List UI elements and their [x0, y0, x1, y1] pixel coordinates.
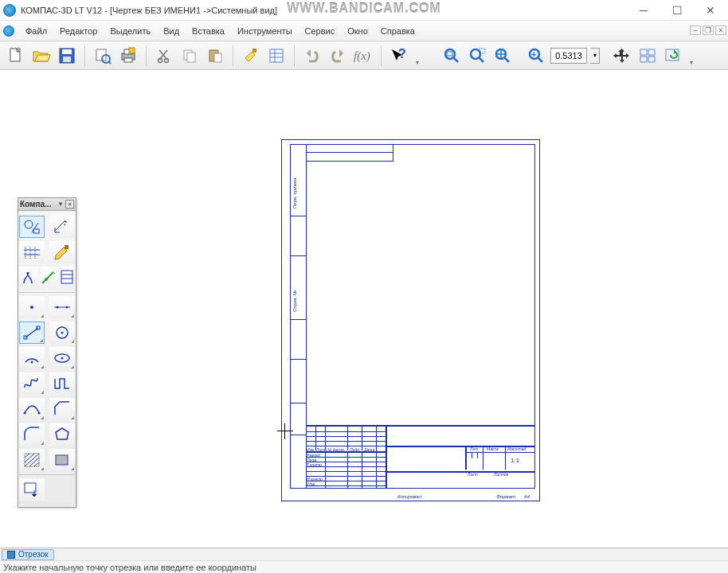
mdi-minimize-button[interactable]: –	[690, 25, 701, 35]
tool-bezier[interactable]	[19, 398, 45, 420]
svg-point-62	[24, 412, 26, 415]
tool-geometry[interactable]	[19, 216, 45, 238]
tool-polyline[interactable]	[49, 372, 75, 395]
svg-point-58	[61, 332, 64, 334]
toolbar-overflow[interactable]: ▾	[413, 45, 421, 66]
refresh-button[interactable]	[662, 45, 684, 67]
tool-dimensions[interactable]: *	[49, 216, 75, 238]
workspace: Компа... ▼ × *	[0, 70, 728, 548]
minimize-button[interactable]: ─	[632, 2, 655, 18]
tool-arc[interactable]	[19, 347, 45, 369]
menu-tools[interactable]: Инструменты	[231, 23, 299, 39]
title-bar: КОМПАС-3D LT V12 - [Чертеж БЕЗ ИМЕНИ1 ->…	[0, 0, 728, 21]
zoom-in-button[interactable]: +	[525, 45, 547, 67]
undo-button[interactable]	[301, 45, 323, 67]
menu-service[interactable]: Сервис	[299, 23, 342, 39]
menu-select[interactable]: Выделить	[104, 23, 157, 39]
mdi-restore-button[interactable]: ❐	[703, 25, 714, 35]
menu-insert[interactable]: Вставка	[186, 23, 231, 39]
mdi-app-icon[interactable]	[3, 25, 14, 37]
app-icon	[3, 4, 16, 17]
tool-insert-fragment[interactable]	[19, 478, 45, 501]
menu-view[interactable]: Вид	[157, 23, 186, 39]
window-controls: ─ ☐ ✕	[632, 2, 725, 18]
tool-designations[interactable]	[19, 241, 45, 263]
tool-spline[interactable]	[19, 372, 45, 395]
redo-button[interactable]	[327, 45, 349, 67]
sheet-footer-mid: Копировал	[397, 494, 421, 499]
print-button[interactable]	[117, 45, 139, 67]
svg-point-61	[61, 357, 64, 360]
tool-hatch[interactable]	[19, 449, 45, 471]
toolbar-separator	[233, 45, 233, 66]
zoom-extents-button[interactable]	[440, 45, 463, 67]
svg-point-52	[57, 306, 59, 309]
svg-point-46	[45, 278, 48, 281]
toolbar-separator	[84, 45, 85, 66]
toolbar-overflow-2[interactable]: ▾	[687, 45, 695, 66]
format-painter-button[interactable]	[240, 45, 262, 67]
status-text: Укажите начальную точку отрезка или введ…	[3, 563, 256, 572]
tool-aux-line[interactable]	[49, 296, 75, 318]
tool-chamfer[interactable]	[49, 398, 75, 420]
zoom-dropdown[interactable]: ▾	[590, 48, 600, 64]
tool-edit[interactable]	[49, 241, 75, 263]
svg-rect-41	[33, 229, 39, 233]
tool-parametrize[interactable]	[19, 267, 38, 289]
copy-button[interactable]	[178, 45, 201, 67]
tool-fillet[interactable]	[19, 423, 45, 446]
menu-window[interactable]: Окно	[341, 23, 374, 39]
paste-button[interactable]	[204, 45, 226, 67]
tool-panel-header[interactable]: Компа... ▼ ×	[18, 198, 76, 211]
zoom-window-button[interactable]	[466, 45, 488, 67]
zoom-dynamic-button[interactable]	[491, 45, 514, 67]
svg-point-12	[165, 58, 169, 62]
maximize-button[interactable]: ☐	[666, 2, 688, 18]
drawing-canvas[interactable]: Перв. примен. Справ. №	[80, 70, 728, 548]
svg-point-53	[66, 306, 68, 309]
tool-panel-close-button[interactable]: ×	[65, 200, 74, 209]
tool-rectangle[interactable]	[49, 449, 75, 471]
tool-polygon[interactable]	[49, 423, 75, 446]
sheet-footer-fmt: A4	[524, 494, 530, 499]
mdi-controls: – ❐ ×	[690, 25, 726, 35]
print-preview-button[interactable]	[92, 45, 114, 67]
tool-circle[interactable]	[49, 322, 75, 344]
menu-file[interactable]: Файл	[19, 23, 53, 39]
svg-point-40	[25, 220, 33, 228]
zoom-input[interactable]	[550, 48, 587, 64]
svg-rect-35	[640, 49, 647, 55]
cut-button[interactable]	[153, 45, 175, 67]
toolbar-separator	[146, 45, 147, 66]
save-button[interactable]	[56, 45, 78, 67]
mdi-close-button[interactable]: ×	[715, 25, 726, 35]
svg-line-28	[479, 57, 483, 62]
close-button[interactable]: ✕	[699, 2, 722, 18]
document-tab-label: Отрезок	[18, 550, 49, 559]
svg-rect-37	[640, 57, 647, 62]
sheet-left-label: Справ. №	[292, 306, 297, 312]
new-button[interactable]	[5, 45, 27, 67]
window-title: КОМПАС-3D LT V12 - [Чертеж БЕЗ ИМЕНИ1 ->…	[21, 6, 277, 15]
tool-spec[interactable]	[61, 267, 75, 289]
open-button[interactable]	[30, 45, 53, 67]
svg-rect-3	[63, 57, 71, 62]
svg-line-31	[504, 57, 509, 62]
properties-button[interactable]	[265, 45, 288, 67]
menu-editor[interactable]: Редактор	[53, 23, 104, 39]
tool-point[interactable]	[19, 296, 45, 318]
tool-line-segment[interactable]	[19, 322, 45, 344]
svg-rect-45	[65, 245, 68, 249]
menu-help[interactable]: Справка	[374, 23, 421, 39]
show-all-button[interactable]	[636, 45, 659, 67]
toolbar-separator	[381, 45, 382, 66]
tool-ellipse[interactable]	[49, 347, 75, 369]
variables-button[interactable]: f(x)	[352, 45, 374, 67]
tool-measure[interactable]	[40, 267, 59, 289]
tool-panel-dropdown-icon[interactable]: ▼	[57, 201, 64, 208]
pan-button[interactable]	[611, 45, 633, 67]
document-tab[interactable]: Отрезок	[2, 549, 54, 560]
whats-this-button[interactable]: ?	[388, 45, 410, 67]
tool-panel-title: Компа...	[20, 200, 57, 209]
svg-rect-38	[648, 57, 655, 62]
